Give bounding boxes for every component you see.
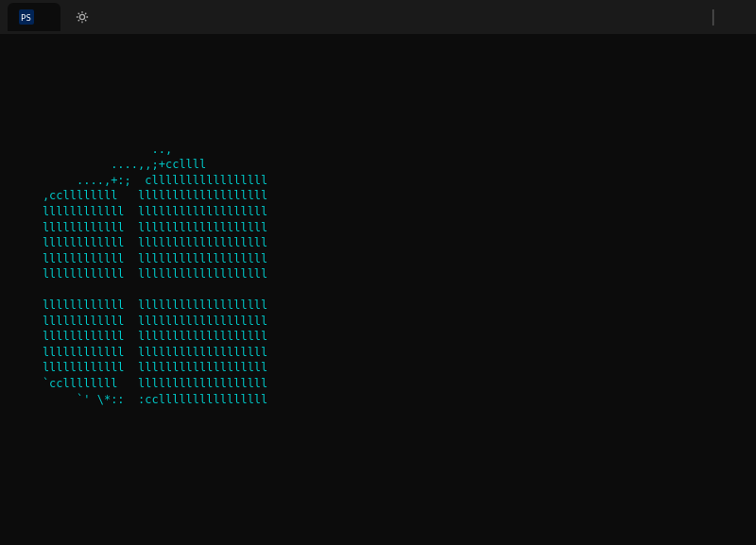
- powershell-tab[interactable]: PS: [8, 3, 60, 31]
- ascii-art: .., ....,,;+ccllll ....,+:; clllllllllll…: [15, 142, 365, 407]
- gear-icon: [76, 10, 89, 24]
- svg-point-2: [79, 14, 84, 19]
- svg-text:PS: PS: [21, 13, 31, 23]
- terminal-prompt-line: [15, 82, 741, 138]
- settings-tab[interactable]: [64, 3, 106, 31]
- terminal-line-3: [15, 45, 741, 64]
- terminal-line-5: [15, 64, 741, 83]
- titlebar: PS |: [0, 0, 756, 34]
- terminal-body: .., ....,,;+ccllll ....,+:; clllllllllll…: [0, 34, 756, 545]
- powershell-icon: PS: [19, 9, 34, 25]
- neofetch-output: .., ....,,;+ccllll ....,+:; clllllllllll…: [15, 142, 741, 407]
- titlebar-controls: |: [693, 8, 748, 26]
- titlebar-sep: |: [708, 8, 718, 26]
